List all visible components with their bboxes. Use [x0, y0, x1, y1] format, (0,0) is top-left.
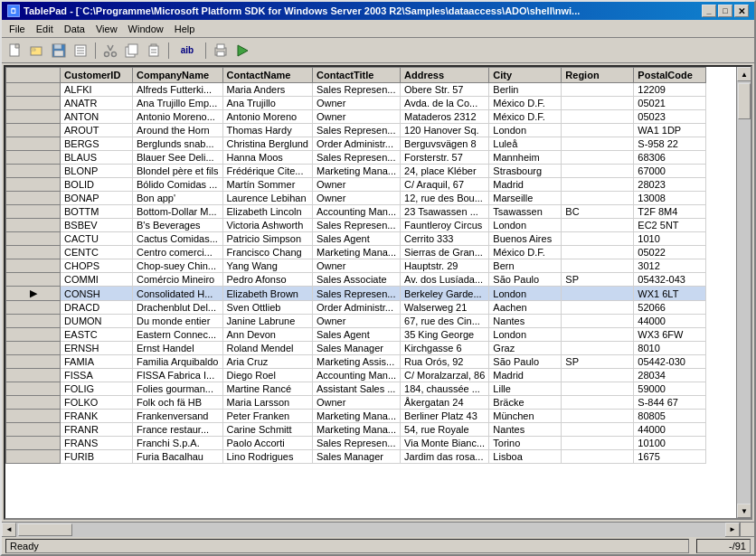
h-scroll-track[interactable]	[16, 523, 725, 537]
table-row[interactable]: BERGSBerglunds snab...Christina Berglund…	[6, 137, 706, 151]
scroll-thumb[interactable]	[738, 83, 751, 119]
row-indicator-cell	[6, 83, 61, 97]
menu-file[interactable]: File	[4, 22, 31, 36]
cell-city: Bern	[489, 259, 562, 273]
cell-region	[562, 369, 634, 382]
run-button[interactable]	[232, 41, 252, 61]
cell-region	[562, 301, 634, 315]
col-header-contactname[interactable]: ContactName	[222, 68, 313, 83]
table-row[interactable]: BLAUSBlauer See Deli...Hanna MoosSales R…	[6, 151, 706, 165]
maximize-button[interactable]: □	[718, 5, 732, 17]
scroll-right-button[interactable]: ►	[725, 523, 740, 537]
table-row[interactable]: ▶CONSHConsolidated H...Elizabeth BrownSa…	[6, 287, 706, 301]
cell-contacttitle: Owner	[313, 259, 401, 273]
cell-contacttitle: Sales Represen...	[313, 124, 401, 137]
table-row[interactable]: COMMIComércio MineiroPedro AfonsoSales A…	[6, 273, 706, 287]
cell-contactname: Antonio Moreno	[222, 110, 313, 124]
svg-rect-17	[149, 46, 158, 56]
cell-contacttitle: Sales Agent	[313, 232, 401, 246]
cut-button[interactable]	[100, 41, 120, 61]
table-row[interactable]: BONAPBon app'Laurence LebihanOwner12, ru…	[6, 192, 706, 205]
table-row[interactable]: ANATRAna Trujillo Emp...Ana TrujilloOwne…	[6, 97, 706, 110]
cell-postalcode: 80805	[634, 410, 706, 423]
cell-region	[562, 410, 634, 423]
col-header-region[interactable]: Region	[562, 68, 634, 83]
new-button[interactable]	[5, 41, 25, 61]
cell-postalcode: EC2 5NT	[634, 219, 706, 232]
cell-postalcode: S-958 22	[634, 137, 706, 151]
format-button[interactable]: aib	[174, 41, 201, 61]
col-header-postalcode[interactable]: PostalCode	[634, 68, 706, 83]
table-row[interactable]: BLONPBlondel père et filsFrédérique Cite…	[6, 165, 706, 178]
cell-contacttitle: Marketing Mana...	[313, 246, 401, 259]
cell-contacttitle: Sales Represen...	[313, 83, 401, 97]
cell-region	[562, 246, 634, 259]
table-row[interactable]: CACTUCactus Comidas...Patricio SimpsonSa…	[6, 232, 706, 246]
table-row[interactable]: FOLKOFolk och fä HBMaria LarssonOwnerÅke…	[6, 396, 706, 410]
copy-button[interactable]	[122, 41, 142, 61]
scroll-track[interactable]	[737, 81, 751, 504]
table-row[interactable]: FURIBFuria BacalhauLino RodriguesSales M…	[6, 450, 706, 464]
row-indicator-cell	[6, 97, 61, 110]
table-row[interactable]: FRANKFrankenversandPeter FrankenMarketin…	[6, 410, 706, 423]
app-icon: 🗒	[7, 5, 20, 17]
menu-window[interactable]: Window	[123, 22, 169, 36]
table-row[interactable]: FOLIGFolies gourman...Martine RancéAssis…	[6, 382, 706, 396]
paste-button[interactable]	[144, 41, 164, 61]
table-row[interactable]: FAMIAFamilia ArquibaldoAria CruzMarketin…	[6, 355, 706, 369]
table-row[interactable]: AROUTAround the HornThomas HardySales Re…	[6, 124, 706, 137]
table-row[interactable]: BOLIDBólido Comidas ...Martín SommerOwne…	[6, 178, 706, 192]
table-row[interactable]: CHOPSChop-suey Chin...Yang WangOwnerHaup…	[6, 259, 706, 273]
save-button[interactable]	[49, 41, 69, 61]
open-button[interactable]	[27, 41, 47, 61]
table-row[interactable]: BOTTMBottom-Dollar M...Elizabeth Lincoln…	[6, 205, 706, 219]
menu-data[interactable]: Data	[59, 22, 90, 36]
table-row[interactable]: DUMONDu monde entierJanine LabruneOwner6…	[6, 315, 706, 328]
cell-customerid: FOLKO	[61, 396, 133, 410]
col-header-address[interactable]: Address	[401, 68, 489, 83]
cell-city: São Paulo	[489, 355, 562, 369]
table-row[interactable]: ERNSHErnst HandelRoland MendelSales Mana…	[6, 342, 706, 355]
row-indicator-cell	[6, 165, 61, 178]
cell-address: 120 Hanover Sq.	[401, 124, 489, 137]
table-row[interactable]: EASTCEastern Connec...Ann DevonSales Age…	[6, 328, 706, 342]
cell-address: Berguvsvägen 8	[401, 137, 489, 151]
col-header-customerid[interactable]: CustomerID	[61, 68, 133, 83]
table-row[interactable]: ALFKIAlfreds Futterki...Maria AndersSale…	[6, 83, 706, 97]
table-row[interactable]: ANTONAntonio Moreno...Antonio MorenoOwne…	[6, 110, 706, 124]
cell-contacttitle: Sales Agent	[313, 328, 401, 342]
print-button[interactable]	[211, 41, 231, 61]
cell-postalcode: 59000	[634, 382, 706, 396]
table-row[interactable]: FRANRFrance restaur...Carine SchmittMark…	[6, 423, 706, 437]
properties-button[interactable]	[71, 41, 90, 61]
table-container[interactable]: CustomerID CompanyName ContactName Conta…	[5, 67, 736, 518]
close-button[interactable]: ✕	[734, 5, 749, 17]
table-row[interactable]: CENTCCentro comerci...Francisco ChangMar…	[6, 246, 706, 259]
scroll-left-button[interactable]: ◄	[2, 523, 16, 537]
table-row[interactable]: DRACDDrachenblut Del...Sven OttliebOrder…	[6, 301, 706, 315]
row-indicator-cell	[6, 355, 61, 369]
col-header-contacttitle[interactable]: ContactTitle	[313, 68, 401, 83]
menu-help[interactable]: Help	[169, 22, 201, 36]
window-title: TablePad - [`C:\Programme\Microsoft Plat…	[24, 5, 580, 16]
cell-customerid: ANATR	[61, 97, 133, 110]
minimize-button[interactable]: _	[702, 5, 716, 17]
col-header-city[interactable]: City	[489, 68, 562, 83]
h-scroll-thumb[interactable]	[18, 523, 72, 536]
cell-address: Walserweg 21	[401, 301, 489, 315]
cell-postalcode: 05021	[634, 97, 706, 110]
menu-edit[interactable]: Edit	[31, 22, 59, 36]
format-label: aib	[181, 45, 194, 55]
scroll-up-button[interactable]: ▲	[737, 67, 751, 81]
col-header-companyname[interactable]: CompanyName	[133, 68, 223, 83]
table-row[interactable]: BSBEVB's BeveragesVictoria AshworthSales…	[6, 219, 706, 232]
scroll-down-button[interactable]: ▼	[737, 504, 751, 518]
cell-region	[562, 151, 634, 165]
cell-customerid: CHOPS	[61, 259, 133, 273]
row-indicator-cell	[6, 259, 61, 273]
cell-contacttitle: Sales Represen...	[313, 437, 401, 450]
svg-rect-22	[217, 44, 224, 49]
table-row[interactable]: FRANSFranchi S.p.A.Paolo AccortiSales Re…	[6, 437, 706, 450]
menu-view[interactable]: View	[90, 22, 123, 36]
table-row[interactable]: FISSAFISSA Fabrica I...Diego RoelAccount…	[6, 369, 706, 382]
